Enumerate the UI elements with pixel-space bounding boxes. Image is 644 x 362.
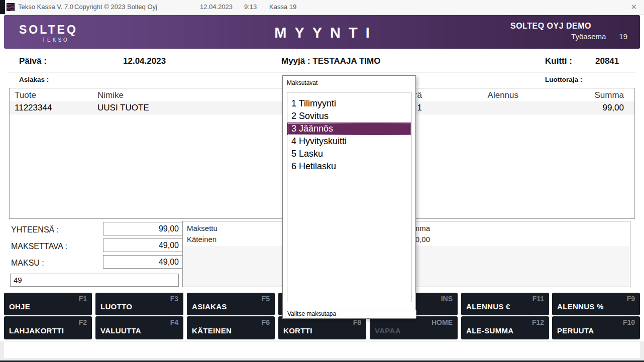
customer-label: Asiakas :: [19, 76, 49, 83]
receipt-value: 20841: [595, 56, 619, 66]
fkey-label: HOME: [432, 318, 453, 326]
fkey-label: F4: [170, 318, 178, 326]
payable-label: MAKSETTAVA :: [11, 242, 67, 251]
free-button: VAPAAHOME: [370, 316, 458, 339]
fkey-label: F9: [627, 295, 635, 303]
app-header: SOLTEQ TEKSO MYYNTI SOLTEQ OYJ DEMO Työa…: [4, 15, 640, 49]
copyright-text: Copyright © 2023 Solteq Oyj: [74, 0, 157, 14]
fkey-label: F2: [79, 318, 87, 326]
payment-method-item[interactable]: 3 Jäännös: [287, 123, 411, 135]
payment-method-item[interactable]: 5 Lasku: [287, 148, 411, 160]
card-button[interactable]: KORTTIF8: [278, 316, 366, 339]
fkey-label: INS: [441, 295, 453, 303]
info-divider: [9, 72, 635, 72]
dialog-status-field: Valitse maksutapa: [285, 310, 416, 318]
col-header-name: Nimike: [97, 90, 124, 100]
payment-methods-dialog: Maksutavat 1 Tilimyynti 2 Sovitus 3 Jään…: [282, 75, 416, 319]
help-button[interactable]: OHJEF1: [4, 293, 92, 315]
credit-limit-label: Luottoraja :: [545, 76, 582, 83]
fkey-label: F12: [532, 318, 544, 326]
cancel-button[interactable]: PERUUTAF10: [552, 316, 640, 339]
fkey-label: F5: [262, 295, 270, 303]
payment-label: MAKSU :: [11, 259, 44, 268]
fkey-label: F1: [79, 295, 87, 303]
col-header-sum: Summa: [594, 90, 624, 100]
fkey-label: F3: [170, 295, 178, 303]
window-title: Tekso Kassa V. 7.0: [18, 0, 73, 14]
gift-card-button[interactable]: LAHJAKORTTIF2: [4, 316, 92, 339]
discount-eur-button[interactable]: ALENNUS €F11: [461, 293, 549, 315]
header-right-block: SOLTEQ OYJ DEMO Työasema19: [510, 22, 627, 41]
payment-method-item[interactable]: 6 Hetilasku: [287, 160, 411, 173]
workstation-value: 19: [619, 32, 627, 41]
fkey-label: F6: [262, 318, 270, 326]
date-value: 12.04.2023: [123, 56, 166, 66]
titlebar-register: Kassa 19: [269, 0, 296, 14]
payment-amount-input[interactable]: 49: [10, 274, 179, 287]
credit-button[interactable]: LUOTTOF3: [95, 293, 183, 315]
col-header-discount: Alennus: [488, 90, 518, 100]
close-icon[interactable]: ✕: [630, 0, 637, 14]
col-header-product: Tuote: [15, 90, 36, 100]
workstation-label: Työasema: [571, 32, 606, 41]
receipt-label: Kuitti :: [545, 56, 572, 66]
company-name: SOLTEQ OYJ DEMO: [510, 22, 591, 31]
date-label: Päivä :: [19, 56, 47, 66]
workstation-line: Työasema19: [510, 32, 627, 41]
item-product-code: 11223344: [15, 103, 52, 113]
payment-method-item[interactable]: 4 Hyvityskuitti: [287, 135, 411, 148]
payment-method-item[interactable]: 1 Tilimyynti: [287, 97, 411, 110]
total-value-box: 99,00: [103, 222, 183, 235]
fkey-label: F8: [353, 318, 361, 326]
paid-type-header: Maksettu: [187, 224, 218, 232]
item-sum: 99,00: [602, 103, 624, 113]
payment-method-item[interactable]: 2 Sovitus: [287, 110, 411, 123]
discount-pct-button[interactable]: ALENNUS %F9: [552, 293, 640, 315]
title-bar-left-edge: [0, 0, 5, 14]
titlebar-time: 9:13: [244, 0, 257, 14]
item-qty: 1: [417, 103, 422, 113]
customer-button[interactable]: ASIAKASF5: [187, 293, 275, 315]
total-label: YHTEENSÄ :: [11, 225, 59, 234]
currency-button[interactable]: VALUUTTAF4: [95, 316, 183, 339]
dialog-title: Maksutavat: [287, 79, 317, 86]
paid-row-type: Käteinen: [187, 235, 217, 244]
cash-button[interactable]: KÄTEINENF6: [187, 316, 275, 339]
fkey-label: F11: [532, 295, 544, 303]
payment-value-box: 49,00: [103, 255, 183, 269]
payable-value-box: 49,00: [103, 238, 183, 252]
discount-subtotal-button[interactable]: ALE-SUMMAF12: [461, 316, 549, 339]
app-logo-icon: [7, 3, 15, 11]
window-title-bar: Tekso Kassa V. 7.0 Copyright © 2023 Solt…: [0, 0, 644, 15]
bottom-input-bar[interactable]: [4, 342, 640, 358]
payment-methods-list: 1 Tilimyynti 2 Sovitus 3 Jäännös 4 Hyvit…: [287, 92, 411, 302]
item-name: UUSI TUOTE: [97, 103, 149, 113]
titlebar-date: 12.04.2023: [200, 0, 233, 14]
fkey-label: F10: [623, 318, 635, 326]
seller-line: Myyjä : TESTAAJA TIMO: [281, 56, 380, 66]
